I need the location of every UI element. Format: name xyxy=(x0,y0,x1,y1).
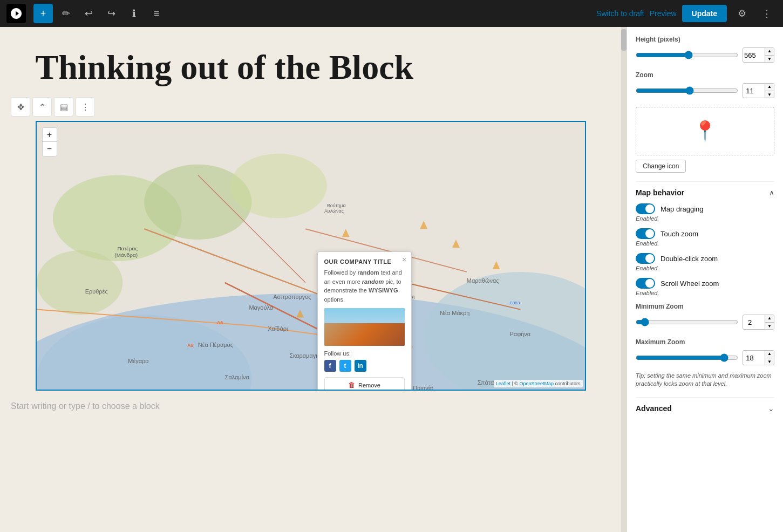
height-spin-down[interactable]: ▼ xyxy=(765,56,774,63)
osm-link[interactable]: OpenStreetMap xyxy=(519,381,554,386)
align-button[interactable]: ▤ xyxy=(54,97,73,117)
svg-text:Αυλώνας: Αυλώνας xyxy=(324,209,344,214)
height-input[interactable]: 565 xyxy=(743,51,765,59)
facebook-icon[interactable]: f xyxy=(324,360,336,372)
pin-preview-icon: 📍 xyxy=(693,120,717,142)
svg-text:Σπάτα: Σπάτα xyxy=(477,379,494,386)
map-popup: × OUR COMPANY TITLE Followed by random t… xyxy=(317,251,412,390)
svg-text:Νέα Μάκρη: Νέα Μάκρη xyxy=(440,310,469,316)
min-zoom-input-wrap: 2 ▲ ▼ xyxy=(743,315,774,330)
popup-close-button[interactable]: × xyxy=(402,255,406,264)
block-toolbar: ✥ ⌃ ▤ ⋮ xyxy=(11,97,561,117)
max-zoom-spin-buttons: ▲ ▼ xyxy=(765,350,774,365)
popup-title: OUR COMPANY TITLE xyxy=(324,258,405,265)
wp-logo-icon xyxy=(10,7,23,20)
svg-text:(Μάνδρα): (Μάνδρα) xyxy=(114,252,138,258)
write-prompt[interactable]: Start writing or type / to choose a bloc… xyxy=(11,401,561,411)
svg-text:Μαγούλα: Μαγούλα xyxy=(249,304,273,311)
map-behavior-section: Map behavior ∧ Map dragging Enabled. Tou… xyxy=(636,188,774,388)
min-zoom-spin-up[interactable]: ▲ xyxy=(765,315,774,323)
double-click-zoom-label-row: Double-click zoom xyxy=(636,253,774,264)
max-zoom-spin-down[interactable]: ▼ xyxy=(765,358,774,366)
block-more-button[interactable]: ⋮ xyxy=(76,97,95,117)
max-zoom-input-wrap: 18 ▲ ▼ xyxy=(743,350,774,365)
main-area: Thinking out of the Block ✥ ⌃ ▤ ⋮ xyxy=(0,27,783,532)
svg-text:Νέα Πέραμος: Νέα Πέραμος xyxy=(198,342,233,349)
trash-icon: 🗑 xyxy=(348,381,355,389)
zoom-slider-row: 11 ▲ ▼ xyxy=(636,83,774,98)
max-zoom-spin-up[interactable]: ▲ xyxy=(765,350,774,358)
map-behavior-header: Map behavior ∧ xyxy=(636,188,774,197)
min-zoom-spin-down[interactable]: ▼ xyxy=(765,323,774,330)
max-zoom-input[interactable]: 18 xyxy=(743,354,765,362)
min-zoom-spin-buttons: ▲ ▼ xyxy=(765,315,774,330)
min-zoom-slider[interactable] xyxy=(636,318,738,326)
redo-button[interactable]: ↪ xyxy=(101,4,121,23)
twitter-icon[interactable]: t xyxy=(339,360,351,372)
double-click-zoom-toggle-row: Double-click zoom Enabled. xyxy=(636,253,774,271)
double-click-zoom-toggle[interactable] xyxy=(636,253,655,264)
map-behavior-collapse-button[interactable]: ∧ xyxy=(769,188,774,197)
leaflet-link[interactable]: Leaflet xyxy=(496,381,510,386)
editor-scrollbar[interactable] xyxy=(621,27,627,532)
list-view-button[interactable]: ≡ xyxy=(147,4,166,23)
move-up-down-button[interactable]: ⌃ xyxy=(32,97,52,117)
svg-text:Σαλαμίνα: Σαλαμίνα xyxy=(224,374,249,380)
scroll-wheel-zoom-status: Enabled. xyxy=(636,290,774,296)
touch-zoom-label-row: Touch zoom xyxy=(636,228,774,239)
svg-text:A6: A6 xyxy=(216,320,222,326)
height-input-wrap: 565 ▲ ▼ xyxy=(743,47,774,63)
map-dragging-label: Map dragging xyxy=(661,205,704,213)
touch-zoom-status: Enabled. xyxy=(636,240,774,247)
min-zoom-input[interactable]: 2 xyxy=(743,318,765,326)
popup-text: Followed by random text and an even more… xyxy=(324,268,405,304)
advanced-chevron-button[interactable]: ⌄ xyxy=(768,404,774,413)
zoom-tip-text: Tip: setting the same minimum and maximu… xyxy=(636,372,774,388)
zoom-spin-up[interactable]: ▲ xyxy=(765,83,774,91)
zoom-out-button[interactable]: − xyxy=(43,142,57,156)
zoom-label: Zoom xyxy=(636,71,774,79)
zoom-section: Zoom 11 ▲ ▼ xyxy=(636,71,774,98)
zoom-in-button[interactable]: + xyxy=(43,128,57,142)
update-button[interactable]: Update xyxy=(682,5,727,22)
divider-1 xyxy=(636,181,774,182)
switch-to-draft-link[interactable]: Switch to draft xyxy=(596,9,644,18)
height-slider-row: 565 ▲ ▼ xyxy=(636,47,774,63)
map-behavior-title: Map behavior xyxy=(636,188,684,197)
max-zoom-section: Maximum Zoom 18 ▲ ▼ Tip: setting the sam… xyxy=(636,338,774,388)
height-spin-up[interactable]: ▲ xyxy=(765,47,774,56)
zoom-input[interactable]: 11 xyxy=(743,87,765,95)
info-button[interactable]: ℹ xyxy=(124,4,144,23)
change-icon-button[interactable]: Change icon xyxy=(636,160,686,173)
max-zoom-slider[interactable] xyxy=(636,353,738,362)
map-dragging-toggle-row: Map dragging Enabled. xyxy=(636,203,774,222)
linkedin-icon[interactable]: in xyxy=(355,360,366,372)
post-title[interactable]: Thinking out of the Block xyxy=(36,49,586,86)
popup-image xyxy=(324,308,405,346)
map-dragging-toggle[interactable] xyxy=(636,203,655,214)
map-dragging-status: Enabled. xyxy=(636,215,774,222)
scroll-wheel-zoom-toggle[interactable] xyxy=(636,278,655,289)
undo-button[interactable]: ↩ xyxy=(79,4,98,23)
min-zoom-slider-row: 2 ▲ ▼ xyxy=(636,315,774,330)
map-block[interactable]: Ερυθρές Μέγαρα Νέα Πέραμος Σαλαμίνα Αμπε… xyxy=(36,121,586,391)
scrollbar-thumb[interactable] xyxy=(621,29,627,51)
touch-zoom-toggle[interactable] xyxy=(636,228,655,239)
add-block-button[interactable]: + xyxy=(33,4,53,23)
more-options-button[interactable]: ⋮ xyxy=(757,4,777,23)
zoom-spin-down[interactable]: ▼ xyxy=(765,91,774,99)
height-spin-buttons: ▲ ▼ xyxy=(765,47,774,63)
zoom-controls: + − xyxy=(42,127,57,156)
remove-button[interactable]: 🗑 Remove xyxy=(324,377,405,390)
settings-gear-button[interactable]: ⚙ xyxy=(732,4,752,23)
drag-handle-button[interactable]: ✥ xyxy=(11,97,30,117)
map-attribution: Leaflet | © OpenStreetMap contributors xyxy=(494,380,583,387)
brush-button[interactable]: ✏ xyxy=(56,4,76,23)
preview-link[interactable]: Preview xyxy=(650,9,677,18)
max-zoom-slider-row: 18 ▲ ▼ xyxy=(636,350,774,365)
zoom-slider[interactable] xyxy=(636,86,738,95)
height-slider[interactable] xyxy=(636,51,738,59)
svg-text:Χαϊδάρι: Χαϊδάρι xyxy=(268,326,288,332)
advanced-section[interactable]: Advanced ⌄ xyxy=(636,397,774,419)
height-label: Height (pixels) xyxy=(636,36,774,43)
